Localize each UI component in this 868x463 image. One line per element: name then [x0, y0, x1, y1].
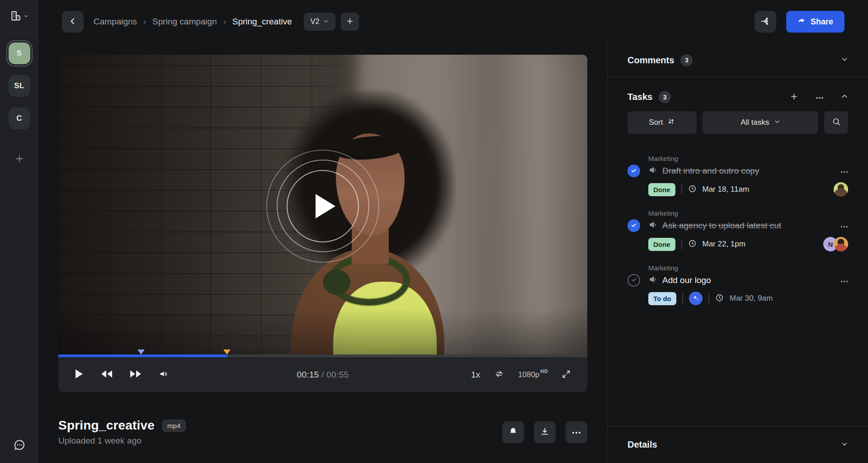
filter-label: All tasks — [741, 118, 769, 127]
clock-icon — [715, 293, 724, 304]
back-button[interactable] — [62, 11, 84, 33]
bell-icon — [509, 427, 518, 437]
add-workspace-button[interactable] — [14, 154, 24, 165]
play-button[interactable] — [75, 369, 84, 380]
play-ring — [277, 160, 369, 252]
workspace-sidebar: S SL C — [0, 0, 38, 463]
version-dropdown[interactable]: V2 — [304, 13, 336, 31]
sparkles-icon — [692, 294, 699, 303]
time-display: 00:15 / 00:55 — [297, 370, 349, 380]
stage: 00:15 / 00:55 1x — [38, 43, 607, 463]
status-badge: Done — [648, 183, 675, 196]
task-more-button[interactable] — [840, 168, 848, 175]
task-checkbox-checked[interactable] — [627, 219, 640, 232]
meta-divider — [681, 184, 682, 194]
sort-arrows-icon — [667, 118, 675, 128]
task-title: Draft intro and outro copy — [662, 166, 759, 176]
status-badge: Done — [648, 238, 675, 251]
file-info: Spring_creative mp4 Uploaded 1 week ago — [58, 418, 186, 446]
chevron-down-icon[interactable] — [841, 440, 848, 449]
comment-marker-blue[interactable] — [137, 350, 145, 354]
sidebar-divider — [7, 32, 32, 33]
loop-icon[interactable] — [494, 369, 505, 380]
task-assignees — [834, 182, 848, 197]
task-title: Add our logo — [662, 275, 711, 285]
play-overlay-button[interactable] — [266, 150, 379, 263]
rewind-icon[interactable] — [101, 370, 113, 379]
file-info-row: Spring_creative mp4 Uploaded 1 week ago — [58, 418, 587, 446]
share-button[interactable]: Share — [786, 11, 844, 33]
tasks-controls: Sort All tasks — [627, 111, 848, 134]
quality-label: 1080p — [518, 370, 539, 379]
task-due-date: Mar 30, 9am — [730, 294, 773, 303]
file-format-badge: mp4 — [162, 420, 186, 432]
fast-forward-icon[interactable] — [130, 370, 142, 379]
tasks-section: Tasks 3 — [608, 77, 868, 318]
chevron-left-icon — [69, 17, 77, 27]
share-label: Share — [811, 17, 833, 27]
comments-section-header[interactable]: Comments 3 — [608, 43, 868, 77]
task-row: Marketing Ask agency to upload latest cu… — [627, 209, 848, 251]
file-actions — [502, 421, 587, 443]
check-icon — [631, 277, 637, 284]
task-filter-dropdown[interactable]: All tasks — [703, 111, 818, 134]
chevron-down-icon[interactable] — [841, 56, 848, 65]
download-button[interactable] — [534, 421, 556, 443]
details-section-header[interactable]: Details — [608, 426, 868, 463]
right-panel: Comments 3 Tasks 3 — [607, 43, 868, 463]
tasks-collapse-button[interactable] — [841, 93, 848, 101]
fullscreen-icon[interactable] — [561, 369, 571, 380]
uploaded-timestamp: Uploaded 1 week ago — [58, 436, 186, 446]
assignee-avatar — [834, 237, 848, 251]
comments-title: Comments — [627, 55, 674, 66]
breadcrumb-campaigns[interactable]: Campaigns — [94, 17, 137, 27]
clock-icon — [688, 184, 697, 195]
help-chat-button[interactable] — [0, 438, 38, 453]
play-ring — [287, 170, 359, 242]
search-icon — [832, 117, 841, 128]
task-search-button[interactable] — [824, 111, 848, 134]
player-controls: 00:15 / 00:55 1x — [58, 357, 587, 392]
buildings-icon — [10, 10, 22, 23]
task-more-button[interactable] — [840, 277, 848, 284]
task-checkbox-checked[interactable] — [627, 165, 640, 177]
playback-speed-button[interactable]: 1x — [471, 370, 480, 380]
video-frame[interactable] — [58, 55, 587, 357]
task-more-button[interactable] — [840, 222, 848, 229]
branch-flow-icon — [760, 16, 771, 28]
video-player: 00:15 / 00:55 1x — [58, 55, 587, 392]
add-task-button[interactable] — [790, 92, 798, 102]
ellipsis-icon — [572, 429, 581, 435]
megaphone-icon — [648, 165, 657, 176]
workspace-tile-sl[interactable]: SL — [9, 75, 30, 97]
workflow-button[interactable] — [755, 11, 776, 33]
breadcrumb-spring-campaign[interactable]: Spring campaign — [152, 17, 217, 27]
tasks-more-button[interactable] — [816, 94, 824, 100]
notifications-button[interactable] — [502, 421, 524, 443]
check-icon — [631, 167, 637, 175]
task-assignees: N — [823, 237, 848, 251]
add-version-button[interactable] — [341, 13, 359, 31]
workspace-tile-s[interactable]: S — [9, 43, 30, 64]
assignee-avatar — [834, 182, 848, 197]
share-arrow-icon — [797, 17, 806, 27]
ai-suggest-button[interactable] — [689, 292, 703, 305]
org-switcher-button[interactable] — [10, 10, 28, 23]
quality-button[interactable]: 1080p HD — [518, 370, 548, 379]
comment-marker-orange[interactable] — [223, 350, 231, 354]
sort-button[interactable]: Sort — [627, 111, 697, 134]
meta-divider — [708, 293, 709, 303]
task-due-date: Mar 18, 11am — [703, 185, 750, 194]
more-options-button[interactable] — [566, 421, 587, 443]
plus-icon — [346, 17, 354, 27]
tasks-title: Tasks — [627, 92, 652, 102]
task-checkbox-unchecked[interactable] — [627, 274, 640, 287]
volume-icon[interactable] — [159, 369, 169, 380]
app-root: S SL C — [0, 0, 868, 463]
workspace-list: S SL C — [9, 43, 30, 165]
meta-divider — [681, 239, 682, 249]
chat-bubble-icon — [13, 438, 26, 453]
workspace-tile-c[interactable]: C — [9, 108, 30, 129]
player-settings: 1x 1080p HD — [471, 369, 571, 380]
check-icon — [631, 222, 637, 230]
